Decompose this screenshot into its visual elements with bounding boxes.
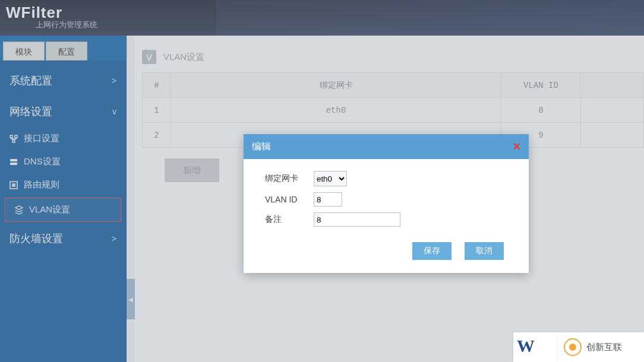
vlan-id-input[interactable] — [314, 192, 342, 207]
modal-title: 编辑 — [252, 141, 271, 153]
form-row-vlan: VLAN ID — [265, 192, 513, 207]
modal-body: 绑定网卡 eth0 VLAN ID 备注 — [244, 159, 529, 237]
label-nic: 绑定网卡 — [265, 173, 314, 184]
w-logo-icon: W — [517, 336, 535, 356]
remark-input[interactable] — [314, 212, 400, 227]
form-row-remark: 备注 — [265, 212, 513, 227]
footer-badge-w: W — [513, 332, 558, 362]
modal-footer: 保存 取消 — [244, 237, 529, 273]
brand-circle-icon — [564, 338, 582, 356]
form-row-nic: 绑定网卡 eth0 — [265, 171, 513, 186]
brand-text: 创新互联 — [586, 342, 622, 353]
edit-modal: 编辑 × 绑定网卡 eth0 VLAN ID 备注 保存 取消 — [244, 134, 529, 273]
label-vlan: VLAN ID — [265, 195, 314, 204]
label-remark: 备注 — [265, 214, 314, 225]
modal-header: 编辑 × — [244, 134, 529, 159]
save-button[interactable]: 保存 — [412, 242, 452, 260]
nic-select[interactable]: eth0 — [314, 171, 347, 186]
cancel-button[interactable]: 取消 — [465, 242, 504, 260]
footer-badge-brand[interactable]: 创新互联 — [558, 332, 644, 362]
close-icon[interactable]: × — [513, 140, 520, 153]
